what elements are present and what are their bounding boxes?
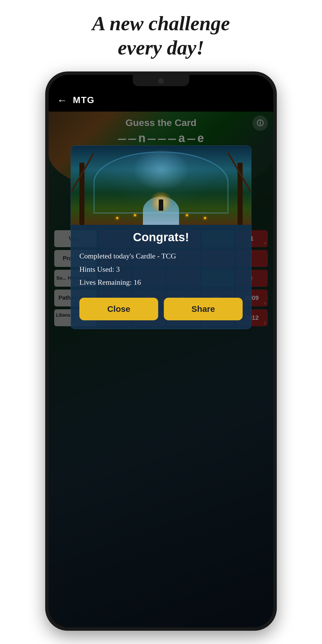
back-button[interactable]: ← — [57, 94, 67, 106]
phone-camera — [158, 78, 164, 84]
tree-right — [214, 146, 251, 225]
tree-left — [71, 146, 108, 225]
congrats-body: Completed today's Cardle - TCG Hints Use… — [71, 247, 251, 295]
congrats-line2: Hints Used: 3 — [79, 263, 243, 276]
congrats-line3: Lives Remaining: 16 — [79, 276, 243, 289]
congrats-modal: Congrats! Completed today's Cardle - TCG… — [71, 145, 251, 329]
app-title: MTG — [73, 95, 95, 105]
path-light-1 — [116, 217, 118, 219]
app-header: ← MTG — [49, 89, 273, 112]
share-button[interactable]: Share — [164, 298, 243, 320]
congrats-title: Congrats! — [71, 225, 251, 247]
fantasy-scene — [71, 146, 251, 225]
phone-notch — [133, 75, 189, 86]
phone-device: ← MTG Guess the Card ⓘ n a — [45, 71, 277, 631]
game-area: Guess the Card ⓘ n a e — [49, 112, 273, 627]
figure-silhouette — [159, 199, 163, 211]
path-light-3 — [204, 217, 206, 219]
congrats-overlay: Congrats! Completed today's Cardle - TCG… — [49, 112, 273, 627]
congrats-image — [71, 146, 251, 225]
congrats-buttons: Close Share — [71, 295, 251, 329]
phone-screen: ← MTG Guess the Card ⓘ n a — [49, 75, 273, 627]
path-light-2 — [134, 214, 136, 216]
page-tagline: A new challenge every day! — [0, 0, 322, 66]
path-light-4 — [186, 214, 188, 216]
congrats-line1: Completed today's Cardle - TCG — [79, 250, 243, 263]
close-button[interactable]: Close — [79, 298, 158, 320]
